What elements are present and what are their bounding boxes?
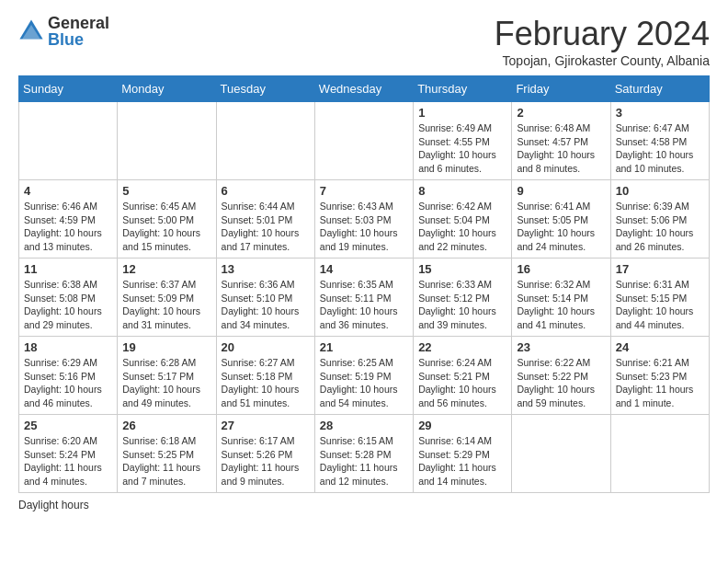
table-row: 26Sunrise: 6:18 AM Sunset: 5:25 PM Dayli… — [118, 415, 216, 493]
day-info: Sunrise: 6:36 AM Sunset: 5:10 PM Dayligh… — [222, 278, 310, 332]
table-row: 14Sunrise: 6:35 AM Sunset: 5:11 PM Dayli… — [314, 259, 413, 337]
table-row: 27Sunrise: 6:17 AM Sunset: 5:26 PM Dayli… — [216, 415, 314, 493]
table-row: 15Sunrise: 6:33 AM Sunset: 5:12 PM Dayli… — [414, 259, 512, 337]
table-row: 7Sunrise: 6:43 AM Sunset: 5:03 PM Daylig… — [314, 180, 413, 259]
header-sunday: Sunday — [19, 76, 118, 102]
day-number: 9 — [517, 184, 605, 198]
day-number: 13 — [222, 262, 310, 276]
day-info: Sunrise: 6:17 AM Sunset: 5:26 PM Dayligh… — [222, 434, 310, 488]
day-number: 15 — [418, 262, 506, 276]
day-number: 29 — [418, 419, 506, 432]
day-info: Sunrise: 6:44 AM Sunset: 5:01 PM Dayligh… — [222, 200, 310, 254]
day-info: Sunrise: 6:37 AM Sunset: 5:09 PM Dayligh… — [122, 278, 210, 332]
day-number: 19 — [122, 340, 210, 354]
table-row: 28Sunrise: 6:15 AM Sunset: 5:28 PM Dayli… — [314, 415, 413, 493]
day-info: Sunrise: 6:39 AM Sunset: 5:06 PM Dayligh… — [616, 200, 704, 254]
day-number: 4 — [24, 184, 112, 198]
day-number: 6 — [222, 184, 310, 198]
day-number: 27 — [222, 419, 310, 432]
table-row — [19, 102, 118, 180]
table-row: 9Sunrise: 6:41 AM Sunset: 5:05 PM Daylig… — [512, 180, 610, 259]
table-row: 22Sunrise: 6:24 AM Sunset: 5:21 PM Dayli… — [414, 337, 512, 415]
calendar-header-row: Sunday Monday Tuesday Wednesday Thursday… — [19, 76, 710, 102]
table-row — [512, 415, 610, 493]
table-row: 29Sunrise: 6:14 AM Sunset: 5:29 PM Dayli… — [414, 415, 512, 493]
day-number: 14 — [320, 262, 408, 276]
table-row: 6Sunrise: 6:44 AM Sunset: 5:01 PM Daylig… — [216, 180, 314, 259]
day-info: Sunrise: 6:20 AM Sunset: 5:24 PM Dayligh… — [24, 434, 112, 488]
logo-blue-text: Blue — [48, 31, 109, 48]
table-row: 21Sunrise: 6:25 AM Sunset: 5:19 PM Dayli… — [314, 337, 413, 415]
day-number: 22 — [418, 340, 506, 354]
table-row: 5Sunrise: 6:45 AM Sunset: 5:00 PM Daylig… — [118, 180, 216, 259]
day-number: 17 — [616, 262, 704, 276]
day-info: Sunrise: 6:43 AM Sunset: 5:03 PM Dayligh… — [320, 200, 408, 254]
day-number: 23 — [517, 340, 605, 354]
day-number: 8 — [418, 184, 506, 198]
header-wednesday: Wednesday — [314, 76, 413, 102]
table-row: 25Sunrise: 6:20 AM Sunset: 5:24 PM Dayli… — [19, 415, 118, 493]
table-row: 13Sunrise: 6:36 AM Sunset: 5:10 PM Dayli… — [216, 259, 314, 337]
day-number: 12 — [122, 262, 210, 276]
day-info: Sunrise: 6:46 AM Sunset: 4:59 PM Dayligh… — [24, 200, 112, 254]
table-row: 12Sunrise: 6:37 AM Sunset: 5:09 PM Dayli… — [118, 259, 216, 337]
day-info: Sunrise: 6:14 AM Sunset: 5:29 PM Dayligh… — [418, 434, 506, 488]
table-row: 3Sunrise: 6:47 AM Sunset: 4:58 PM Daylig… — [610, 102, 709, 180]
logo: General Blue — [18, 15, 109, 48]
day-info: Sunrise: 6:31 AM Sunset: 5:15 PM Dayligh… — [616, 278, 704, 332]
calendar-week-row: 4Sunrise: 6:46 AM Sunset: 4:59 PM Daylig… — [19, 180, 710, 259]
calendar-week-row: 11Sunrise: 6:38 AM Sunset: 5:08 PM Dayli… — [19, 259, 710, 337]
header-monday: Monday — [118, 76, 216, 102]
day-info: Sunrise: 6:42 AM Sunset: 5:04 PM Dayligh… — [418, 200, 506, 254]
table-row — [118, 102, 216, 180]
day-info: Sunrise: 6:49 AM Sunset: 4:55 PM Dayligh… — [418, 121, 506, 176]
day-info: Sunrise: 6:38 AM Sunset: 5:08 PM Dayligh… — [24, 278, 112, 332]
day-info: Sunrise: 6:48 AM Sunset: 4:57 PM Dayligh… — [517, 121, 605, 176]
day-info: Sunrise: 6:18 AM Sunset: 5:25 PM Dayligh… — [122, 434, 210, 488]
table-row: 24Sunrise: 6:21 AM Sunset: 5:23 PM Dayli… — [610, 337, 709, 415]
header: General Blue February 2024 Topojan, Gjir… — [18, 15, 710, 68]
calendar-week-row: 1Sunrise: 6:49 AM Sunset: 4:55 PM Daylig… — [19, 102, 710, 180]
day-number: 1 — [418, 106, 506, 120]
day-info: Sunrise: 6:47 AM Sunset: 4:58 PM Dayligh… — [616, 121, 704, 176]
day-number: 10 — [616, 184, 704, 198]
day-info: Sunrise: 6:32 AM Sunset: 5:14 PM Dayligh… — [517, 278, 605, 332]
table-row: 8Sunrise: 6:42 AM Sunset: 5:04 PM Daylig… — [414, 180, 512, 259]
day-number: 2 — [517, 106, 605, 120]
day-info: Sunrise: 6:28 AM Sunset: 5:17 PM Dayligh… — [122, 356, 210, 410]
day-number: 24 — [616, 340, 704, 354]
calendar-table: Sunday Monday Tuesday Wednesday Thursday… — [18, 75, 710, 493]
table-row: 16Sunrise: 6:32 AM Sunset: 5:14 PM Dayli… — [512, 259, 610, 337]
header-friday: Friday — [512, 76, 610, 102]
day-info: Sunrise: 6:21 AM Sunset: 5:23 PM Dayligh… — [616, 356, 704, 410]
day-info: Sunrise: 6:41 AM Sunset: 5:05 PM Dayligh… — [517, 200, 605, 254]
table-row: 19Sunrise: 6:28 AM Sunset: 5:17 PM Dayli… — [118, 337, 216, 415]
table-row: 2Sunrise: 6:48 AM Sunset: 4:57 PM Daylig… — [512, 102, 610, 180]
header-tuesday: Tuesday — [216, 76, 314, 102]
table-row: 10Sunrise: 6:39 AM Sunset: 5:06 PM Dayli… — [610, 180, 709, 259]
day-info: Sunrise: 6:45 AM Sunset: 5:00 PM Dayligh… — [122, 200, 210, 254]
table-row: 11Sunrise: 6:38 AM Sunset: 5:08 PM Dayli… — [19, 259, 118, 337]
day-info: Sunrise: 6:27 AM Sunset: 5:18 PM Dayligh… — [222, 356, 310, 410]
header-thursday: Thursday — [414, 76, 512, 102]
day-info: Sunrise: 6:33 AM Sunset: 5:12 PM Dayligh… — [418, 278, 506, 332]
day-number: 5 — [122, 184, 210, 198]
calendar-week-row: 18Sunrise: 6:29 AM Sunset: 5:16 PM Dayli… — [19, 337, 710, 415]
day-number: 25 — [24, 419, 112, 432]
month-title: February 2024 — [495, 15, 710, 53]
day-number: 20 — [222, 340, 310, 354]
footer-note: Daylight hours — [18, 499, 710, 511]
location-subtitle: Topojan, Gjirokaster County, Albania — [495, 53, 710, 68]
day-number: 7 — [320, 184, 408, 198]
table-row: 4Sunrise: 6:46 AM Sunset: 4:59 PM Daylig… — [19, 180, 118, 259]
day-number: 26 — [122, 419, 210, 432]
day-info: Sunrise: 6:15 AM Sunset: 5:28 PM Dayligh… — [320, 434, 408, 488]
calendar-week-row: 25Sunrise: 6:20 AM Sunset: 5:24 PM Dayli… — [19, 415, 710, 493]
table-row: 18Sunrise: 6:29 AM Sunset: 5:16 PM Dayli… — [19, 337, 118, 415]
day-number: 18 — [24, 340, 112, 354]
day-info: Sunrise: 6:35 AM Sunset: 5:11 PM Dayligh… — [320, 278, 408, 332]
table-row: 17Sunrise: 6:31 AM Sunset: 5:15 PM Dayli… — [610, 259, 709, 337]
table-row — [216, 102, 314, 180]
table-row: 23Sunrise: 6:22 AM Sunset: 5:22 PM Dayli… — [512, 337, 610, 415]
table-row: 1Sunrise: 6:49 AM Sunset: 4:55 PM Daylig… — [414, 102, 512, 180]
